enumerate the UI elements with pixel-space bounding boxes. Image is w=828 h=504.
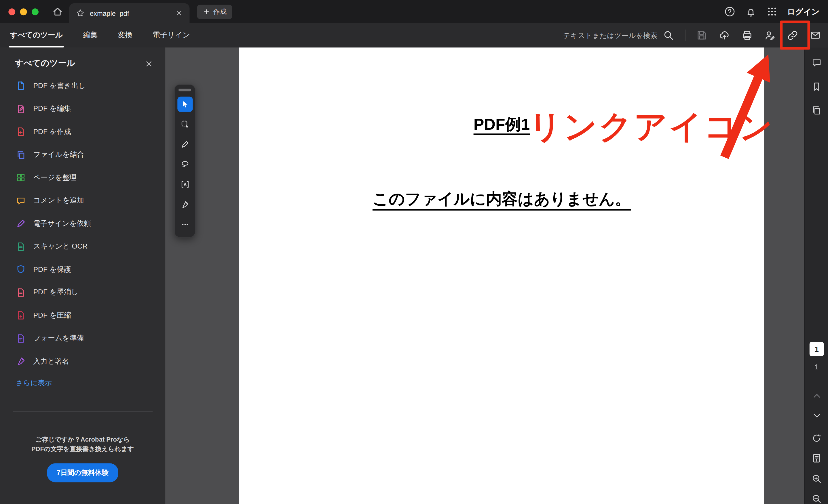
menu-convert[interactable]: 変換: [117, 23, 134, 47]
toolbar-right-group: [558, 29, 822, 42]
close-panel-icon[interactable]: [144, 59, 154, 68]
zoom-out-icon[interactable]: [811, 492, 823, 504]
sidebar-divider: [13, 411, 153, 411]
sidebar-item-combine-files[interactable]: ファイルを結合: [0, 143, 165, 166]
sidebar-item-add-comments[interactable]: コメントを追加: [0, 189, 165, 212]
export-pdf-icon: [16, 81, 26, 91]
tab-close-icon[interactable]: [175, 9, 183, 17]
rail-top-group: [805, 47, 828, 117]
page-display-icon[interactable]: [811, 452, 823, 464]
sidebar-item-edit-pdf[interactable]: PDF を編集: [0, 97, 165, 120]
pdf-page-title: PDF例1: [473, 114, 530, 136]
sidebar-item-compress-pdf[interactable]: PDF を圧縮: [0, 304, 165, 327]
right-panel-rail: 1 1: [804, 47, 828, 504]
free-trial-button[interactable]: 7日間の無料体験: [47, 463, 118, 482]
toolbar-drag-handle[interactable]: [178, 89, 191, 91]
tab-title: exmaple_pdf: [90, 9, 170, 17]
acrobat-window: exmaple_pdf 作成 ログイン すべてのツール 編集: [0, 0, 828, 504]
pdf-page[interactable]: PDF例1 このファイルに内容はありません。: [239, 47, 764, 504]
menu-all-tools[interactable]: すべてのツール: [9, 23, 64, 47]
document-canvas[interactable]: PDF例1 このファイルに内容はありません。: [165, 47, 804, 504]
search-input[interactable]: [558, 31, 658, 39]
add-comments-icon: [16, 196, 26, 206]
plus-icon: [203, 8, 210, 15]
sidebar-item-protect-pdf[interactable]: PDF を保護: [0, 258, 165, 281]
more-tools-button[interactable]: [177, 217, 192, 232]
request-esign-icon: [16, 219, 26, 229]
sidebar-item-organize-pages[interactable]: ページを整理: [0, 166, 165, 189]
redact-pdf-icon: [16, 287, 26, 297]
login-button[interactable]: ログイン: [787, 7, 820, 17]
promo-line-2: PDFの文字を直接書き換えられます: [0, 444, 165, 453]
thumbnails-panel-icon[interactable]: [810, 104, 823, 117]
combine-files-icon: [16, 150, 26, 159]
bookmarks-panel-icon[interactable]: [810, 80, 823, 93]
titlebar-right-group: ログイン: [724, 6, 828, 17]
toolbar-divider: [685, 30, 686, 41]
window-controls: [0, 8, 46, 15]
pdf-page-body-text: このファイルに内容はありません。: [239, 188, 764, 210]
refresh-icon[interactable]: [811, 431, 823, 444]
home-icon[interactable]: [51, 5, 64, 18]
create-button[interactable]: 作成: [197, 5, 232, 19]
sidebar-item-redact-pdf[interactable]: PDF を墨消し: [0, 281, 165, 304]
all-tools-panel-title: すべてのツール: [15, 58, 75, 69]
print-icon[interactable]: [741, 29, 753, 42]
promo-line-1: ご存じですか？Acrobat Proなら: [0, 434, 165, 444]
show-more-link[interactable]: さらに表示: [0, 373, 165, 393]
search-icon[interactable]: [662, 29, 675, 42]
help-icon[interactable]: [724, 6, 735, 17]
cloud-upload-icon[interactable]: [718, 29, 731, 42]
all-tools-panel: すべてのツール PDF を書き出し PDF を編集 PDF を作成 ファイルを結…: [0, 47, 165, 504]
sidebar-item-scan-ocr[interactable]: スキャンと OCR: [0, 235, 165, 258]
document-tab[interactable]: exmaple_pdf: [69, 3, 190, 23]
compress-pdf-icon: [16, 310, 26, 320]
apps-grid-icon[interactable]: [766, 6, 778, 17]
sidebar-item-fill-sign[interactable]: 入力と署名: [0, 350, 165, 373]
create-pdf-icon: [16, 127, 26, 137]
edit-pdf-icon: [16, 104, 26, 114]
person-edit-icon[interactable]: [763, 29, 776, 42]
search-field[interactable]: [558, 29, 675, 42]
fill-sign-icon: [16, 356, 26, 366]
draw-tool[interactable]: [177, 137, 192, 152]
quick-tools-toolbar: [174, 84, 195, 237]
select-tool[interactable]: [177, 97, 192, 112]
select-object-tool[interactable]: [177, 117, 192, 132]
sidebar-item-create-pdf[interactable]: PDF を作成: [0, 120, 165, 143]
fill-sign-tool[interactable]: [177, 197, 192, 212]
chevron-up-icon[interactable]: [811, 390, 823, 402]
menu-edit[interactable]: 編集: [82, 23, 99, 47]
favorite-star-icon[interactable]: [75, 8, 85, 18]
save-icon[interactable]: [696, 29, 708, 42]
zoom-window-button[interactable]: [32, 8, 39, 15]
scan-ocr-icon: [16, 242, 26, 252]
sidebar-item-export-pdf[interactable]: PDF を書き出し: [0, 75, 165, 97]
text-select-tool[interactable]: [177, 177, 192, 192]
protect-pdf-icon: [16, 264, 26, 274]
minimize-window-button[interactable]: [20, 8, 27, 15]
bell-icon[interactable]: [745, 6, 756, 17]
main-toolbar: すべてのツール 編集 変換 電子サイン: [0, 23, 828, 47]
page-number-box[interactable]: 1: [810, 342, 824, 356]
all-tools-panel-header: すべてのツール: [0, 47, 165, 75]
organize-pages-icon: [16, 173, 26, 183]
close-window-button[interactable]: [8, 8, 15, 15]
create-button-label: 作成: [213, 7, 226, 16]
prepare-form-icon: [16, 333, 26, 343]
tool-list: PDF を書き出し PDF を編集 PDF を作成 ファイルを結合 ページを整理…: [0, 75, 165, 373]
title-bar: exmaple_pdf 作成 ログイン: [0, 0, 828, 23]
mail-icon[interactable]: [809, 29, 822, 42]
acrobat-pro-promo: ご存じですか？Acrobat Proなら PDFの文字を直接書き換えられます: [0, 434, 165, 453]
page-total-label: 1: [805, 363, 828, 371]
comments-panel-icon[interactable]: [810, 56, 823, 69]
sidebar-item-request-esign[interactable]: 電子サインを依頼: [0, 212, 165, 235]
menu-esign[interactable]: 電子サイン: [152, 23, 191, 47]
link-icon[interactable]: [786, 29, 799, 42]
zoom-in-icon[interactable]: [811, 472, 823, 485]
lasso-tool[interactable]: [177, 157, 192, 172]
sidebar-item-prepare-form[interactable]: フォームを準備: [0, 327, 165, 350]
chevron-down-icon[interactable]: [811, 409, 823, 421]
